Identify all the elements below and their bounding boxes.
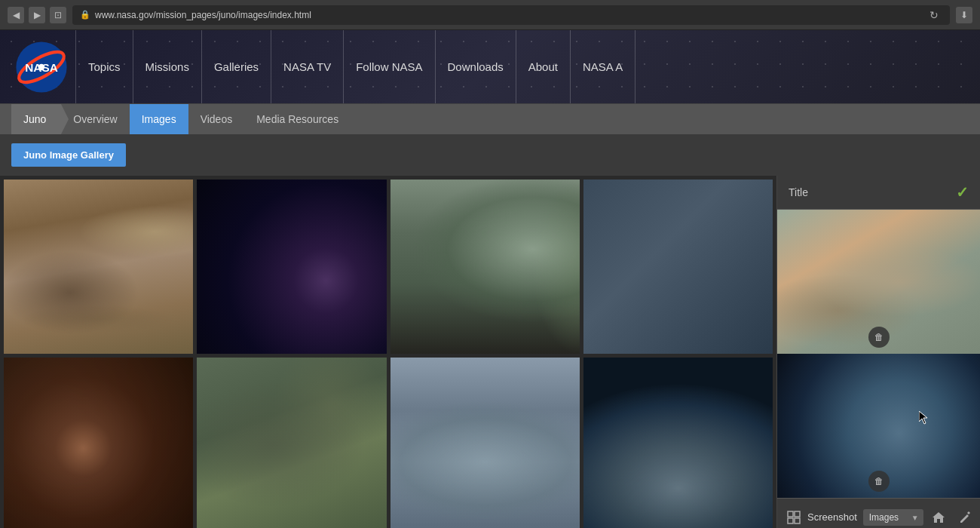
side-panel-image-list: 🗑 🗑	[777, 210, 980, 498]
forward-button[interactable]: ▶	[29, 7, 45, 23]
jupiter-image-1	[4, 180, 193, 354]
browser-controls: ◀ ▶ ⊡	[8, 7, 66, 23]
side-panel: Title ✓ 🗑 🗑	[776, 176, 980, 528]
nav-item-galleries[interactable]: Galleries	[202, 30, 271, 103]
nav-item-about[interactable]: About	[516, 30, 571, 103]
gallery-item-8[interactable]	[583, 358, 773, 528]
checkmark-icon[interactable]: ✓	[956, 183, 969, 201]
jupiter-image-5	[4, 358, 193, 528]
screenshot-select[interactable]: Images Full Page Visible Area	[863, 509, 923, 526]
side-panel-header: Title ✓	[777, 176, 980, 210]
gallery-item-6[interactable]	[197, 358, 386, 528]
lock-icon: 🔒	[80, 10, 90, 20]
gallery-item-4[interactable]	[583, 180, 773, 354]
refresh-button[interactable]: ↻	[926, 7, 942, 23]
screenshot-toolbar: Screenshot Images Full Page Visible Area	[777, 498, 980, 528]
url-text: www.nasa.gov/mission_pages/juno/images/i…	[95, 10, 311, 20]
gallery-button[interactable]: Juno Image Gallery	[11, 143, 126, 167]
side-panel-image-2[interactable]: 🗑	[777, 354, 980, 498]
screenshot-actions	[929, 508, 980, 526]
mouse-cursor	[919, 411, 929, 425]
side-panel-title: Title	[789, 186, 808, 198]
screenshot-icon	[786, 510, 801, 525]
gallery-item-1[interactable]	[4, 180, 193, 354]
home-action-button[interactable]	[929, 508, 948, 526]
tab-button[interactable]: ⊡	[50, 7, 66, 23]
jupiter-image-2	[197, 180, 386, 354]
nav-item-nasa-a[interactable]: NASA A	[571, 30, 635, 103]
nasa-header: NASA Topics Missions Galleries NASA TV F…	[0, 30, 980, 104]
sub-navigation: Juno Overview Images Videos Media Resour…	[0, 104, 980, 134]
delete-button-2[interactable]: 🗑	[868, 471, 890, 492]
nav-item-follow-nasa[interactable]: Follow NASA	[344, 30, 435, 103]
side-panel-image-1[interactable]: 🗑	[777, 210, 980, 354]
jupiter-image-4	[583, 180, 773, 354]
jupiter-image-6	[197, 358, 386, 528]
image-gallery	[0, 176, 776, 528]
svg-rect-7	[795, 518, 800, 523]
address-bar[interactable]: 🔒 www.nasa.gov/mission_pages/juno/images…	[72, 5, 950, 25]
jupiter-image-7	[390, 358, 580, 528]
subnav-images[interactable]: Images	[130, 104, 188, 134]
gallery-item-7[interactable]	[390, 358, 580, 528]
subnav-overview[interactable]: Overview	[61, 104, 129, 134]
gallery-item-2[interactable]	[197, 180, 386, 354]
gallery-bar: Juno Image Gallery	[0, 134, 980, 176]
main-navigation: Topics Missions Galleries NASA TV Follow…	[75, 30, 635, 103]
jupiter-image-3	[390, 180, 580, 354]
browser-actions: ⬇	[956, 7, 972, 23]
nav-item-missions[interactable]: Missions	[133, 30, 202, 103]
download-button[interactable]: ⬇	[956, 7, 972, 23]
main-content: Title ✓ 🗑 🗑	[0, 176, 980, 528]
delete-button-1[interactable]: 🗑	[868, 327, 890, 348]
svg-rect-5	[795, 511, 800, 517]
nav-item-downloads[interactable]: Downloads	[436, 30, 516, 103]
gallery-item-5[interactable]	[4, 358, 193, 528]
gallery-item-3[interactable]	[390, 180, 580, 354]
edit-action-button[interactable]	[957, 508, 975, 526]
nav-item-topics[interactable]: Topics	[75, 30, 133, 103]
svg-point-3	[38, 63, 44, 69]
nav-item-nasa-tv[interactable]: NASA TV	[271, 30, 344, 103]
back-button[interactable]: ◀	[8, 7, 24, 23]
browser-chrome: ◀ ▶ ⊡ 🔒 www.nasa.gov/mission_pages/juno/…	[0, 0, 980, 30]
svg-rect-6	[788, 518, 793, 523]
svg-rect-4	[788, 511, 793, 517]
subnav-media-resources[interactable]: Media Resources	[244, 104, 351, 134]
screenshot-select-wrapper: Images Full Page Visible Area	[863, 509, 923, 526]
subnav-juno[interactable]: Juno	[11, 104, 61, 134]
subnav-videos[interactable]: Videos	[188, 104, 245, 134]
screenshot-label: Screenshot	[807, 511, 857, 523]
nasa-logo[interactable]: NASA	[15, 41, 68, 94]
jupiter-image-8	[583, 358, 773, 528]
